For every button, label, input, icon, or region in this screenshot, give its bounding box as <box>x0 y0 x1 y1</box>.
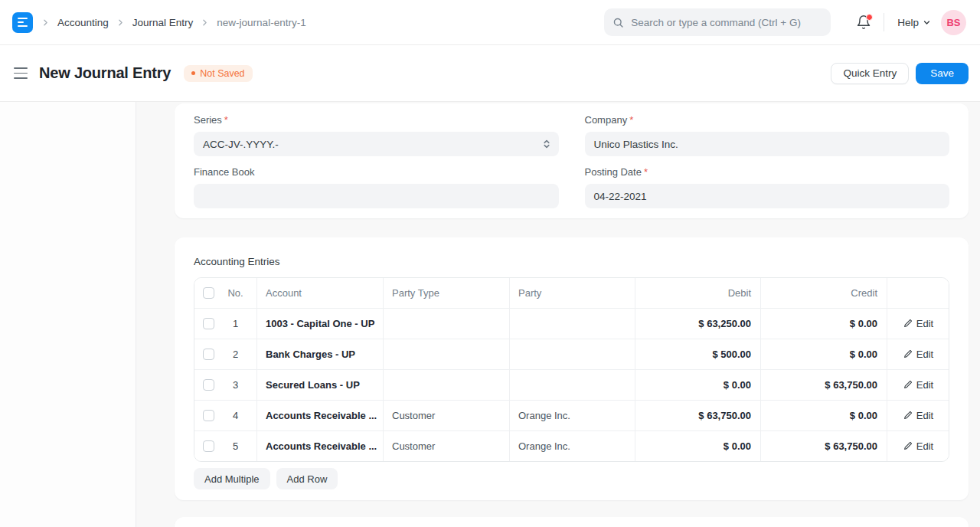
pencil-icon <box>903 349 913 359</box>
global-search-bar[interactable] <box>604 8 831 36</box>
status-text: Not Saved <box>200 68 244 79</box>
pencil-icon <box>903 441 913 451</box>
field-input-series[interactable]: ACC-JV-.YYYY.- <box>194 132 559 156</box>
debit-cell[interactable]: $ 0.00 <box>635 370 761 400</box>
save-button[interactable]: Save <box>916 63 969 84</box>
party-type-cell[interactable] <box>384 339 510 369</box>
row-number-cell: 3 <box>194 370 257 400</box>
select-chevron-icon <box>541 139 552 149</box>
row-number: 3 <box>214 379 256 391</box>
navbar-right-group: Help BS <box>604 8 966 36</box>
field-input-posting-date[interactable]: 04-22-2021 <box>585 184 950 208</box>
page-title: New Journal Entry <box>39 64 171 82</box>
credit-cell[interactable]: $ 63,750.00 <box>761 370 887 400</box>
column-label: No. <box>214 287 256 299</box>
edit-row-button[interactable]: Edit <box>903 318 933 329</box>
breadcrumb: AccountingJournal Entrynew-journal-entry… <box>41 17 306 28</box>
account-cell[interactable]: Accounts Receivable ... <box>257 431 384 461</box>
required-asterisk: * <box>224 114 228 126</box>
party-cell[interactable]: Orange Inc. <box>510 431 635 461</box>
edit-cell: Edit <box>887 309 949 339</box>
party-type-cell[interactable] <box>384 370 510 400</box>
row-checkbox[interactable] <box>203 349 214 360</box>
table-row: 4 Accounts Receivable ... Customer Orang… <box>194 400 949 430</box>
field-input-company[interactable]: Unico Plastics Inc. <box>585 132 950 156</box>
debit-cell[interactable]: $ 63,250.00 <box>635 309 761 339</box>
party-cell[interactable] <box>510 309 635 339</box>
page-header: New Journal Entry Not Saved Quick Entry … <box>0 45 980 102</box>
table-row: 1 1003 - Capital One - UP $ 63,250.00 $ … <box>194 308 949 339</box>
credit-cell[interactable]: $ 0.00 <box>761 339 887 369</box>
field-series: Series * ACC-JV-.YYYY.- <box>194 114 559 156</box>
notifications-button[interactable] <box>856 15 871 30</box>
add-multiple-button[interactable]: Add Multiple <box>194 468 270 489</box>
user-avatar[interactable]: BS <box>941 10 966 35</box>
search-icon <box>612 17 624 28</box>
edit-label: Edit <box>916 318 933 329</box>
field-value: Unico Plastics Inc. <box>594 139 678 150</box>
account-cell[interactable]: Secured Loans - UP <box>257 370 384 400</box>
edit-cell: Edit <box>887 339 949 369</box>
party-cell[interactable] <box>510 339 635 369</box>
edit-cell: Edit <box>887 431 949 461</box>
row-number: 5 <box>214 440 256 452</box>
breadcrumb-item-new-journal-entry-1: new-journal-entry-1 <box>217 17 305 28</box>
breadcrumb-item-accounting[interactable]: Accounting <box>57 17 109 28</box>
field-input-finance-book[interactable] <box>194 184 559 208</box>
row-checkbox[interactable] <box>203 318 214 329</box>
edit-cell: Edit <box>887 401 949 430</box>
pencil-icon <box>903 411 913 421</box>
debit-cell[interactable]: $ 0.00 <box>635 431 761 461</box>
credit-cell[interactable]: $ 0.00 <box>761 309 887 339</box>
next-section-card <box>175 517 969 527</box>
breadcrumb-item-journal-entry[interactable]: Journal Entry <box>132 17 194 28</box>
header-actions: Quick Entry Save <box>831 63 969 84</box>
debit-cell[interactable]: $ 63,750.00 <box>635 401 761 430</box>
party-cell[interactable] <box>510 370 635 400</box>
field-label: Finance Book <box>194 166 255 178</box>
erpnext-logo[interactable] <box>12 12 33 33</box>
account-cell[interactable]: Bank Charges - UP <box>257 339 384 369</box>
party-type-cell[interactable]: Customer <box>384 401 510 430</box>
pencil-icon <box>903 380 913 390</box>
required-asterisk: * <box>644 166 648 178</box>
add-row-button[interactable]: Add Row <box>276 468 338 489</box>
row-checkbox[interactable] <box>203 410 214 421</box>
edit-row-button[interactable]: Edit <box>903 349 933 360</box>
quick-entry-button[interactable]: Quick Entry <box>831 63 909 84</box>
edit-row-button[interactable]: Edit <box>903 379 933 391</box>
account-cell[interactable]: 1003 - Capital One - UP <box>257 309 384 339</box>
row-checkbox[interactable] <box>203 440 214 452</box>
table-row: 5 Accounts Receivable ... Customer Orang… <box>194 430 949 461</box>
party-type-cell[interactable] <box>384 309 510 339</box>
table-row: 2 Bank Charges - UP $ 500.00 $ 0.00 Edit <box>194 339 949 369</box>
pencil-icon <box>903 319 913 329</box>
debit-cell[interactable]: $ 500.00 <box>635 339 761 369</box>
search-input[interactable] <box>629 16 822 29</box>
party-cell[interactable]: Orange Inc. <box>510 401 635 430</box>
form-fields-card: Series * ACC-JV-.YYYY.- Company * Unico … <box>175 103 969 218</box>
row-number-cell: 5 <box>194 431 257 461</box>
chevron-right-icon <box>116 18 126 28</box>
party-type-cell[interactable]: Customer <box>384 431 510 461</box>
edit-row-button[interactable]: Edit <box>903 440 933 452</box>
field-label: Series <box>194 114 222 126</box>
account-cell[interactable]: Accounts Receivable ... <box>257 401 384 430</box>
sidebar-toggle-button[interactable] <box>12 66 29 80</box>
erpnext-logo-glyph <box>18 18 28 28</box>
form-sidebar <box>0 102 136 527</box>
header-cell-account: Account <box>257 278 384 308</box>
row-number-cell: 2 <box>194 339 257 369</box>
row-number-cell: 1 <box>194 309 257 339</box>
row-checkbox[interactable] <box>203 379 214 391</box>
credit-cell[interactable]: $ 0.00 <box>761 401 887 430</box>
header-cell-no: No. <box>194 278 257 308</box>
row-number-cell: 4 <box>194 401 257 430</box>
help-menu-button[interactable]: Help <box>897 17 931 28</box>
help-label: Help <box>897 17 919 28</box>
field-label: Company <box>585 114 628 126</box>
edit-row-button[interactable]: Edit <box>903 410 933 421</box>
credit-cell[interactable]: $ 63,750.00 <box>761 431 887 461</box>
header-cell-party-type: Party Type <box>384 278 510 308</box>
select-all-checkbox[interactable] <box>203 287 214 299</box>
